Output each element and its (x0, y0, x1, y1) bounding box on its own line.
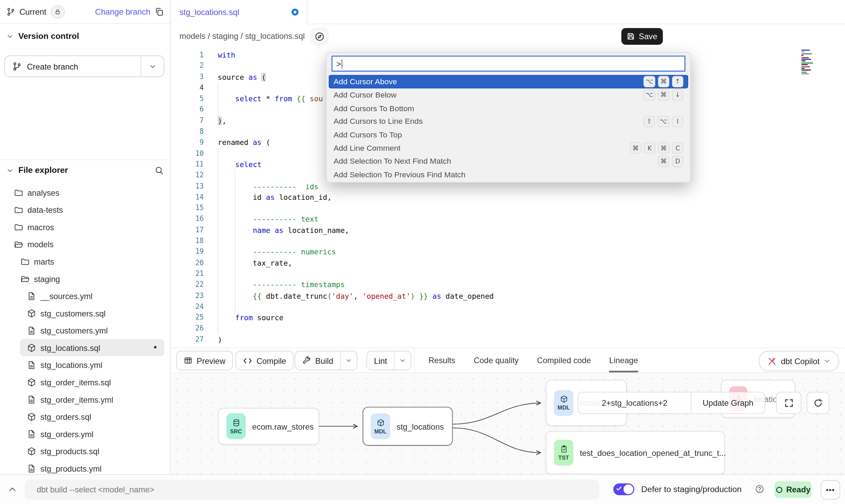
chevron-up-icon[interactable] (8, 485, 17, 494)
dbt-logo-icon (768, 356, 777, 366)
palette-item[interactable]: Add Cursor Below⌥⌘↓ (329, 88, 688, 102)
update-graph-button[interactable]: Update Graph (692, 392, 766, 414)
file-row-stg-orders-yml[interactable]: stg_orders.yml (0, 425, 170, 443)
defer-label: Defer to staging/production (641, 485, 742, 494)
defer-toggle[interactable] (613, 484, 634, 495)
minimap-line (801, 72, 807, 73)
create-branch-button[interactable]: Create branch (4, 56, 164, 77)
chevron-down-icon (346, 357, 352, 364)
file-row--sources-yml[interactable]: __sources.yml (0, 287, 170, 305)
lineage-selector-input[interactable]: 2+stg_locations+2 (578, 392, 691, 414)
palette-item[interactable]: Add Cursor Above⌥⌘↑ (329, 75, 688, 88)
file-explorer-title: File explorer (18, 165, 68, 175)
chevron-down-icon (824, 358, 830, 364)
file-label: __sources.yml (41, 291, 93, 300)
palette-item[interactable]: Add Selection To Next Find Match⌘D (329, 155, 688, 168)
line-numbers: 1234567891011121314151617181920212223242… (171, 49, 204, 345)
file-row-stg-locations-yml[interactable]: stg_locations.yml (0, 356, 170, 374)
lint-dropdown[interactable] (395, 351, 411, 370)
build-button[interactable]: Build (295, 351, 357, 370)
panel-tab-lineage[interactable]: Lineage (609, 348, 638, 372)
copy-icon[interactable] (155, 7, 164, 16)
tab-stg-locations-sql[interactable]: stg_locations.sql (171, 0, 307, 24)
command-placeholder: dbt build --select <model_name> (36, 485, 154, 494)
file-row-stg-customers-sql[interactable]: stg_customers.sql (0, 305, 170, 322)
command-palette-input[interactable]: > (331, 56, 685, 72)
command-input[interactable]: dbt build --select <model_name> (25, 480, 599, 500)
file-row-analyses[interactable]: analyses (0, 184, 170, 201)
file-row-stg-orders-sql[interactable]: stg_orders.sql (0, 408, 170, 425)
file-row-stg-products-sql[interactable]: stg_products.sql (0, 442, 170, 460)
save-button[interactable]: Save (621, 28, 663, 45)
ready-status-button[interactable]: Ready (774, 481, 812, 498)
file-row-stg-locations-sql[interactable]: stg_locations.sql• (20, 339, 164, 356)
chevron-down-icon (399, 357, 406, 364)
palette-item[interactable]: Add Selection To Previous Find Match (329, 168, 688, 181)
minimap[interactable] (801, 49, 821, 75)
code-line-17: name as location_name, (218, 225, 823, 236)
branch-bar: Current Change branch (0, 0, 170, 24)
palette-item[interactable]: Add Cursors to Line Ends⇧⌥I (329, 115, 688, 128)
lint-button[interactable]: Lint (367, 351, 411, 370)
line-number: 5 (171, 93, 204, 104)
lineage-node-test[interactable]: TST test_does_location_opened_at_trunc_t… (546, 431, 725, 474)
breadcrumb-row: models / staging / stg_locations.sql (171, 24, 845, 49)
palette-item[interactable]: Add Cursors To Bottom (329, 102, 688, 115)
palette-item[interactable]: Add Line Comment⌘K⌘C (329, 142, 688, 155)
file-label: stg_products.yml (41, 464, 102, 473)
lineage-canvas[interactable]: SRC ecom.raw_stores MDL stg_locations MD… (171, 373, 845, 474)
palette-item[interactable]: Add Cursors To Top (329, 128, 688, 142)
line-number: 20 (171, 257, 204, 268)
panel-tab-compiled-code[interactable]: Compiled code (537, 348, 591, 372)
preview-button[interactable]: Preview (176, 351, 233, 370)
build-dropdown[interactable] (341, 351, 357, 370)
check-icon (616, 486, 622, 491)
more-options-button[interactable]: ••• (821, 480, 840, 500)
file-row-marts[interactable]: marts (0, 253, 170, 270)
file-row-macros[interactable]: macros (0, 218, 170, 236)
line-number: 18 (171, 236, 204, 247)
refresh-button[interactable] (807, 392, 829, 414)
dbt-copilot-button[interactable]: dbt Copilot (759, 351, 839, 371)
node-label: test_does_location_opened_at_trunc_t... (580, 448, 726, 457)
file-row-stg-order-items-yml[interactable]: stg_order_items.yml (0, 391, 170, 408)
file-row-data-tests[interactable]: data-tests (0, 201, 170, 218)
file-explorer-header[interactable]: File explorer (6, 165, 164, 175)
version-control-header[interactable]: Version control (6, 31, 79, 41)
line-number: 7 (171, 115, 204, 126)
version-control-title: Version control (18, 31, 79, 41)
file-row-stg-products-yml[interactable]: stg_products.yml (0, 460, 170, 474)
lineage-node-stg-locations[interactable]: MDL stg_locations (363, 407, 453, 446)
lineage-node-source[interactable]: SRC ecom.raw_stores (218, 408, 319, 444)
code-line-24 (218, 301, 823, 312)
panel-tab-code-quality[interactable]: Code quality (474, 348, 519, 372)
update-graph-label: Update Graph (703, 398, 754, 407)
compass-icon (315, 32, 324, 41)
panel-tab-results[interactable]: Results (428, 348, 455, 372)
file-row-stg-order-items-sql[interactable]: stg_order_items.sql (0, 373, 170, 391)
code-line-22: ---------- timestamps (218, 279, 823, 290)
palette-item-label: Add Line Comment (333, 144, 400, 152)
change-branch-link[interactable]: Change branch (95, 7, 150, 16)
file-row-staging[interactable]: staging (0, 270, 170, 287)
code-line-20: tax_rate, (218, 257, 823, 268)
create-branch-dropdown[interactable] (140, 56, 164, 76)
file-row-models[interactable]: models (0, 236, 170, 253)
line-number: 6 (171, 104, 204, 115)
help-icon[interactable] (755, 485, 764, 494)
minimap-line (801, 70, 811, 71)
search-icon[interactable] (155, 166, 164, 175)
cube-icon (27, 343, 36, 352)
line-number: 9 (171, 137, 204, 148)
refresh-icon (813, 398, 823, 407)
compile-button[interactable]: Compile (236, 351, 294, 370)
cube-icon (27, 412, 36, 421)
navigate-button[interactable] (310, 28, 329, 46)
file-row-stg-customers-yml[interactable]: stg_customers.yml (0, 322, 170, 339)
fullscreen-button[interactable] (776, 392, 801, 414)
folder-open-icon (20, 274, 30, 283)
line-number: 12 (171, 170, 204, 181)
create-branch-label: Create branch (27, 62, 78, 71)
minimap-line (801, 53, 812, 54)
code-line-27: ) (218, 334, 823, 345)
